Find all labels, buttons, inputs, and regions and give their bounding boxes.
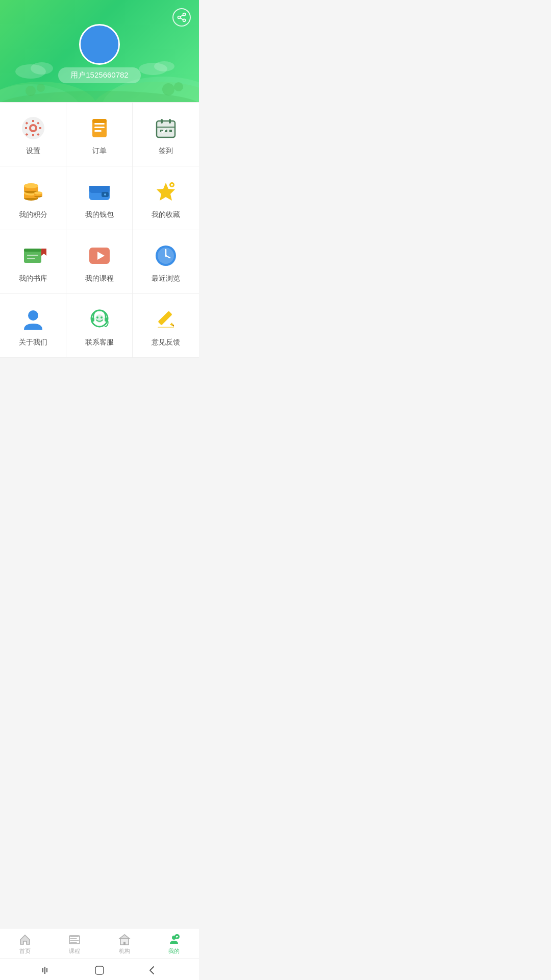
library-icon <box>20 242 46 269</box>
settings-icon <box>20 115 46 141</box>
menu-item-favorites[interactable]: 我的收藏 <box>133 166 199 230</box>
menu-item-wallet[interactable]: 我的钱包 <box>66 166 133 230</box>
svg-rect-23 <box>92 119 107 123</box>
svg-rect-31 <box>169 130 172 132</box>
checkin-icon <box>153 115 179 141</box>
about-label: 关于我们 <box>19 338 47 347</box>
svg-point-10 <box>162 83 174 95</box>
svg-point-3 <box>31 62 53 75</box>
svg-rect-52 <box>27 255 38 256</box>
favorites-icon <box>153 179 179 205</box>
menu-item-about[interactable]: 关于我们 <box>0 294 66 358</box>
svg-line-16 <box>180 18 183 19</box>
svg-rect-68 <box>158 311 172 325</box>
svg-point-40 <box>34 191 42 194</box>
svg-point-61 <box>28 310 38 321</box>
svg-point-14 <box>178 16 181 19</box>
recent-label: 最近浏览 <box>152 274 180 283</box>
svg-rect-67 <box>105 317 107 322</box>
svg-rect-43 <box>89 186 110 193</box>
header-banner: 用户1525660782 <box>0 0 199 102</box>
svg-rect-22 <box>94 130 102 132</box>
svg-marker-51 <box>41 249 46 256</box>
share-button[interactable] <box>172 8 191 27</box>
courses-icon <box>86 242 113 269</box>
svg-point-45 <box>104 193 106 195</box>
svg-rect-71 <box>158 327 174 328</box>
svg-point-37 <box>24 183 38 188</box>
content-spacer <box>0 358 199 409</box>
svg-point-48 <box>171 184 173 186</box>
menu-grid: 设置 订单 <box>0 102 199 358</box>
favorites-label: 我的收藏 <box>152 210 180 219</box>
svg-rect-24 <box>157 121 175 137</box>
library-label: 我的书库 <box>19 274 47 283</box>
menu-item-support[interactable]: 联系客服 <box>66 294 133 358</box>
svg-rect-27 <box>169 119 171 124</box>
checkin-label: 签到 <box>159 146 173 156</box>
svg-rect-21 <box>94 127 105 128</box>
svg-rect-26 <box>161 119 163 124</box>
points-label: 我的积分 <box>19 210 47 219</box>
svg-point-13 <box>183 13 186 16</box>
svg-point-60 <box>165 255 167 257</box>
username-display[interactable]: 用户1525660782 <box>58 67 140 83</box>
menu-item-library[interactable]: 我的书库 <box>0 230 66 294</box>
wallet-icon <box>86 179 113 205</box>
menu-item-orders[interactable]: 订单 <box>66 103 133 166</box>
share-icon <box>177 12 187 22</box>
menu-item-settings[interactable]: 设置 <box>0 103 66 166</box>
menu-item-points[interactable]: 我的积分 <box>0 166 66 230</box>
orders-label: 订单 <box>92 146 107 156</box>
svg-point-9 <box>37 84 45 92</box>
svg-point-65 <box>101 316 103 318</box>
orders-icon <box>86 115 113 141</box>
menu-item-courses[interactable]: 我的课程 <box>66 230 133 294</box>
svg-point-64 <box>96 316 98 318</box>
wallet-label: 我的钱包 <box>85 210 114 219</box>
support-icon <box>86 306 113 333</box>
svg-line-17 <box>180 15 183 16</box>
points-icon <box>20 179 46 205</box>
svg-rect-50 <box>24 249 41 252</box>
svg-point-5 <box>154 61 174 71</box>
svg-point-11 <box>174 82 183 91</box>
avatar[interactable] <box>79 24 120 65</box>
recent-icon <box>153 242 179 269</box>
support-label: 联系客服 <box>85 338 114 347</box>
svg-rect-66 <box>92 317 94 322</box>
menu-item-checkin[interactable]: 签到 <box>133 103 199 166</box>
menu-item-feedback[interactable]: 意见反馈 <box>133 294 199 358</box>
courses-label: 我的课程 <box>85 274 114 283</box>
feedback-icon <box>153 306 179 333</box>
menu-item-recent[interactable]: 最近浏览 <box>133 230 199 294</box>
settings-label: 设置 <box>26 146 40 156</box>
svg-rect-53 <box>27 258 35 259</box>
svg-rect-20 <box>94 123 105 125</box>
feedback-label: 意见反馈 <box>152 338 180 347</box>
about-icon <box>20 306 46 333</box>
svg-point-15 <box>183 19 186 21</box>
